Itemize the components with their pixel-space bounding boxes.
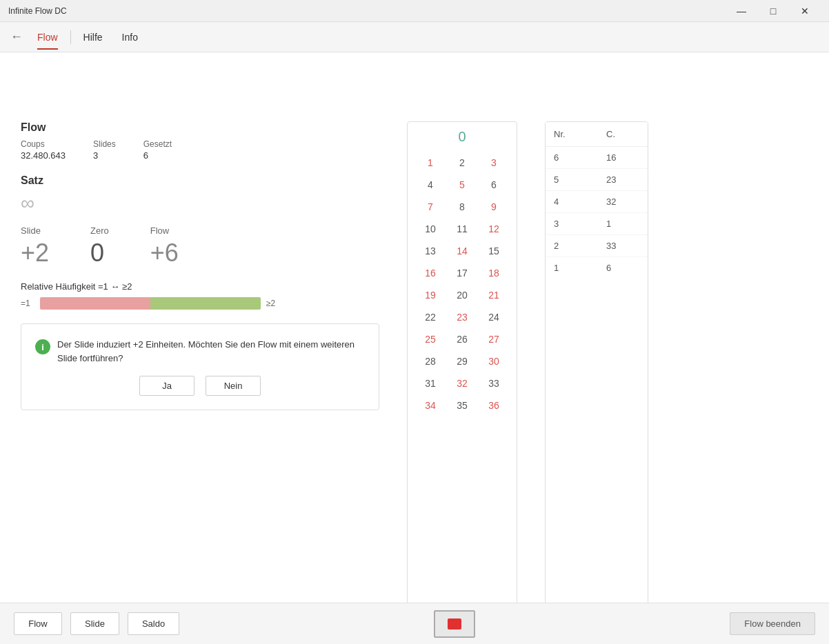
cell-c: 6: [598, 257, 648, 279]
bar-red-segment: [40, 297, 150, 310]
bar-track: [40, 297, 261, 310]
gesetzt-stat: Gesetzt 6: [143, 139, 172, 161]
gesetzt-value: 6: [143, 150, 172, 161]
grid-cell-3[interactable]: 3: [478, 152, 510, 174]
close-button[interactable]: ✕: [789, 0, 821, 22]
cell-nr: 6: [546, 147, 598, 169]
grid-cell-1[interactable]: 1: [415, 152, 446, 174]
grid-header-value: 0: [415, 129, 510, 145]
grid-cell-14[interactable]: 14: [446, 240, 478, 262]
dialog-info: i Der Slide induziert +2 Einheiten. Möch…: [35, 338, 365, 365]
grid-cell-15[interactable]: 15: [478, 240, 510, 262]
cell-nr: 3: [546, 213, 598, 235]
grid-cell-12[interactable]: 12: [478, 218, 510, 240]
grid-cell-26[interactable]: 26: [446, 328, 478, 350]
grid-cell-11[interactable]: 11: [446, 218, 478, 240]
bar-left-label: =1: [21, 299, 34, 308]
grid-cell-30[interactable]: 30: [478, 350, 510, 372]
cell-c: 32: [598, 191, 648, 213]
bar-container: =1 ≥2: [21, 297, 379, 310]
dialog-text: Der Slide induziert +2 Einheiten. Möchte…: [57, 338, 365, 365]
table-row: 616: [546, 147, 648, 169]
no-button[interactable]: Nein: [206, 376, 261, 396]
flow-metric: Flow +6: [150, 225, 179, 268]
grid-cell-8[interactable]: 8: [446, 196, 478, 218]
saldo-button[interactable]: Saldo: [128, 612, 179, 635]
slide-label: Slide: [21, 225, 49, 236]
cell-c: 1: [598, 213, 648, 235]
grid-cell-18[interactable]: 18: [478, 262, 510, 284]
info-icon: i: [35, 339, 50, 354]
window-title: Infinite Flow DC: [8, 6, 67, 16]
grid-cell-25[interactable]: 25: [415, 328, 446, 350]
flow-beenden-button[interactable]: Flow beenden: [730, 612, 815, 635]
grid-cell-28[interactable]: 28: [415, 350, 446, 372]
menu-item-info[interactable]: Info: [112, 26, 148, 48]
bar-green-segment: [150, 297, 261, 310]
haeufigkeit-title: Relative Häufigkeit =1 ↔ ≥2: [21, 281, 379, 292]
satz-section: Satz ∞: [21, 174, 379, 214]
slides-label: Slides: [93, 139, 116, 149]
table-row: 523: [546, 169, 648, 191]
cell-c: 16: [598, 147, 648, 169]
grid-cell-13[interactable]: 13: [415, 240, 446, 262]
slide-button[interactable]: Slide: [70, 612, 119, 635]
grid-cell-19[interactable]: 19: [415, 284, 446, 306]
zero-label: Zero: [90, 225, 109, 236]
slides-value: 3: [93, 150, 116, 161]
cell-c: 33: [598, 235, 648, 257]
metrics-row: Slide +2 Zero 0 Flow +6: [21, 225, 379, 268]
slide-metric: Slide +2: [21, 225, 49, 268]
grid-cell-6[interactable]: 6: [478, 174, 510, 196]
back-button[interactable]: ←: [6, 26, 28, 48]
gesetzt-label: Gesetzt: [143, 139, 172, 149]
grid-cell-24[interactable]: 24: [478, 306, 510, 328]
grid-cell-10[interactable]: 10: [415, 218, 446, 240]
grid-cell-34[interactable]: 34: [415, 394, 446, 416]
grid-cell-22[interactable]: 22: [415, 306, 446, 328]
cell-nr: 1: [546, 257, 598, 279]
grid-cell-33[interactable]: 33: [478, 372, 510, 394]
yes-button[interactable]: Ja: [139, 376, 194, 396]
minimize-button[interactable]: —: [726, 0, 757, 22]
grid-cell-20[interactable]: 20: [446, 284, 478, 306]
grid-cell-2[interactable]: 2: [446, 152, 478, 174]
dialog-buttons: Ja Nein: [35, 376, 365, 396]
zero-metric: Zero 0: [90, 225, 109, 268]
bar-right-label: ≥2: [266, 299, 280, 308]
cell-nr: 4: [546, 191, 598, 213]
coups-stat: Coups 32.480.643: [21, 139, 66, 161]
table-row: 16: [546, 257, 648, 279]
menu-item-flow[interactable]: Flow: [28, 26, 68, 48]
grid-cell-36[interactable]: 36: [478, 394, 510, 416]
zero-value: 0: [90, 239, 109, 268]
slides-stat: Slides 3: [93, 139, 116, 161]
grid-cell-16[interactable]: 16: [415, 262, 446, 284]
flow-section-title: Flow: [21, 121, 379, 134]
coups-value: 32.480.643: [21, 150, 66, 161]
grid-cell-35[interactable]: 35: [446, 394, 478, 416]
flow-button[interactable]: Flow: [14, 612, 62, 635]
col-nr-header: Nr.: [546, 122, 598, 147]
grid-cell-27[interactable]: 27: [478, 328, 510, 350]
grid-cell-17[interactable]: 17: [446, 262, 478, 284]
table-row: 233: [546, 235, 648, 257]
maximize-button[interactable]: □: [757, 0, 789, 22]
number-grid: 1234567891011121314151617181920212223242…: [415, 152, 510, 416]
grid-cell-29[interactable]: 29: [446, 350, 478, 372]
grid-cell-31[interactable]: 31: [415, 372, 446, 394]
cell-nr: 5: [546, 169, 598, 191]
grid-cell-5[interactable]: 5: [446, 174, 478, 196]
grid-cell-4[interactable]: 4: [415, 174, 446, 196]
spacer: [0, 52, 829, 108]
stats-row: Coups 32.480.643 Slides 3 Gesetzt 6: [21, 139, 379, 161]
flow-value: +6: [150, 239, 179, 268]
menu-item-hilfe[interactable]: Hilfe: [74, 26, 112, 48]
menu-separator: [70, 30, 71, 44]
grid-cell-21[interactable]: 21: [478, 284, 510, 306]
infinity-symbol: ∞: [21, 192, 379, 214]
grid-cell-7[interactable]: 7: [415, 196, 446, 218]
grid-cell-9[interactable]: 9: [478, 196, 510, 218]
grid-cell-32[interactable]: 32: [446, 372, 478, 394]
grid-cell-23[interactable]: 23: [446, 306, 478, 328]
